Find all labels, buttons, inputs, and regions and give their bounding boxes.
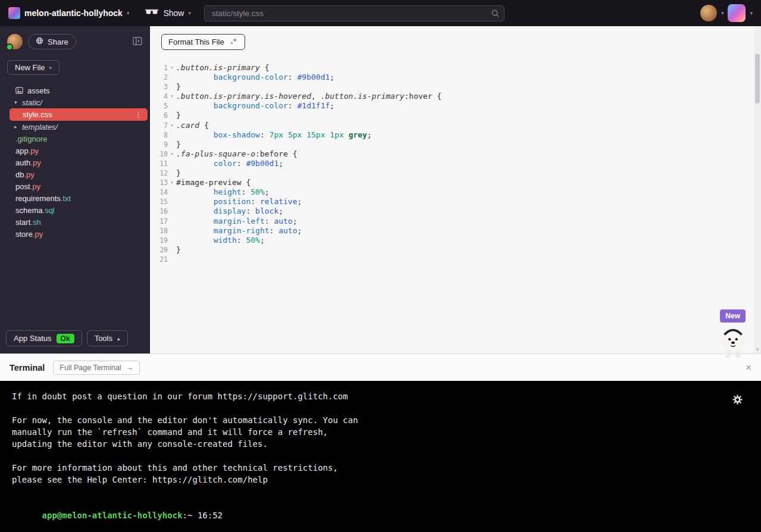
- code-text[interactable]: }: [176, 245, 761, 255]
- file-row-auth-py[interactable]: auth.py: [0, 157, 149, 168]
- file-row-style-css[interactable]: style.css⋮: [10, 108, 148, 121]
- code-line-3[interactable]: 3}: [150, 82, 761, 92]
- code-line-4[interactable]: 4▾.button.is-primary.is-hovered, .button…: [150, 92, 761, 101]
- new-file-label: New File: [15, 63, 45, 72]
- file-row-schema-sql[interactable]: schema.sql: [0, 204, 149, 216]
- member-avatar[interactable]: [7, 34, 23, 49]
- code-line-8[interactable]: 8 box-shadow: 7px 5px 15px 1px grey;: [150, 130, 761, 140]
- file-menu-icon[interactable]: ⋮: [134, 110, 148, 119]
- fold-gutter: [168, 111, 176, 120]
- code-text[interactable]: [176, 255, 761, 264]
- code-line-16[interactable]: 16 display: block;: [150, 206, 761, 216]
- code-text[interactable]: .button.is-primary {: [176, 63, 761, 73]
- code-text[interactable]: height: 50%;: [176, 187, 761, 197]
- code-line-10[interactable]: 10▾.fa-plus-square-o:before {: [150, 149, 761, 159]
- code-text[interactable]: color: #9b00d1;: [176, 159, 761, 168]
- search-input[interactable]: [204, 5, 505, 21]
- code-line-1[interactable]: 1▾.button.is-primary {: [150, 63, 761, 73]
- code-text[interactable]: }: [176, 168, 761, 178]
- file-row-app-py[interactable]: app.py: [0, 145, 149, 157]
- code-line-15[interactable]: 15 position: relative;: [150, 197, 761, 206]
- code-text[interactable]: display: block;: [176, 206, 761, 216]
- code-line-7[interactable]: 7▾.card {: [150, 121, 761, 130]
- code-text[interactable]: .fa-plus-square-o:before {: [176, 149, 761, 159]
- line-number: 21: [150, 255, 168, 264]
- app-status-button[interactable]: App Status Ok: [6, 330, 82, 346]
- code-line-19[interactable]: 19 width: 50%;: [150, 236, 761, 245]
- format-file-button[interactable]: Format This File: [161, 34, 245, 50]
- file-row-db-py[interactable]: db.py: [0, 168, 149, 180]
- fold-gutter: [168, 206, 176, 216]
- code-text[interactable]: margin-right: auto;: [176, 226, 761, 236]
- editor-scrollbar-thumb[interactable]: [755, 54, 760, 104]
- chevron-down-icon[interactable]: ▾: [14, 99, 22, 105]
- collapse-sidebar-button[interactable]: [131, 36, 143, 48]
- code-line-17[interactable]: 17 margin-left: auto;: [150, 217, 761, 226]
- fold-chevron-icon[interactable]: ▾: [168, 92, 176, 101]
- line-number: 13: [150, 178, 168, 187]
- code-text[interactable]: }: [176, 82, 761, 92]
- file-row-start-sh[interactable]: start.sh: [0, 216, 149, 228]
- search-icon: [491, 9, 500, 20]
- code-line-12[interactable]: 12}: [150, 168, 761, 178]
- code-line-11[interactable]: 11 color: #9b00d1;: [150, 159, 761, 168]
- code-text[interactable]: position: relative;: [176, 197, 761, 206]
- editor-scrollbar[interactable]: ▾: [754, 26, 761, 353]
- code-editor[interactable]: Format This File 1▾.button.is-primary {2…: [150, 26, 761, 353]
- code-line-18[interactable]: 18 margin-right: auto;: [150, 226, 761, 236]
- file-row-requirements-txt[interactable]: requirements.txt: [0, 192, 149, 204]
- code-text[interactable]: box-shadow: 7px 5px 15px 1px grey;: [176, 130, 761, 140]
- file-row-assets[interactable]: assets: [0, 85, 149, 96]
- close-terminal-button[interactable]: ×: [746, 362, 751, 374]
- code-line-6[interactable]: 6}: [150, 111, 761, 120]
- full-page-terminal-button[interactable]: Full Page Terminal →: [53, 361, 140, 375]
- terminal-body[interactable]: If in doubt post a question in our forum…: [0, 381, 761, 532]
- code-text[interactable]: #image-preview {: [176, 178, 761, 187]
- user-avatar[interactable]: [700, 5, 717, 21]
- code-line-2[interactable]: 2 background-color: #9b00d1;: [150, 73, 761, 82]
- code-line-13[interactable]: 13▾#image-preview {: [150, 178, 761, 187]
- fold-gutter: [168, 140, 176, 149]
- code-text[interactable]: .card {: [176, 121, 761, 130]
- assets-image-icon: [15, 87, 23, 94]
- code-line-5[interactable]: 5 background-color: #1d1f1f;: [150, 101, 761, 111]
- code-text[interactable]: }: [176, 140, 761, 149]
- code-text[interactable]: }: [176, 111, 761, 120]
- file-row-templates[interactable]: ▸templates/: [0, 121, 149, 133]
- glitch-editor-app: melon-atlantic-hollyhock ▾ Show ▾ ▾ ▾: [0, 0, 761, 532]
- chevron-right-icon[interactable]: ▸: [14, 124, 22, 130]
- project-avatar[interactable]: [728, 4, 746, 22]
- code-line-14[interactable]: 14 height: 50%;: [150, 187, 761, 197]
- scroll-down-icon[interactable]: ▾: [754, 346, 761, 352]
- fold-chevron-icon[interactable]: ▾: [168, 63, 176, 73]
- code-text[interactable]: background-color: #1d1f1f;: [176, 101, 761, 111]
- code-line-9[interactable]: 9}: [150, 140, 761, 149]
- line-number: 16: [150, 206, 168, 216]
- file-row-store-py[interactable]: store.py: [0, 228, 149, 240]
- code-line-20[interactable]: 20}: [150, 245, 761, 255]
- new-file-button[interactable]: New File ▾: [7, 60, 59, 75]
- fold-gutter: [168, 168, 176, 178]
- fold-chevron-icon[interactable]: ▾: [168, 149, 176, 159]
- file-row-gitignore[interactable]: .gitignore: [0, 133, 149, 145]
- file-row-post-py[interactable]: post.py: [0, 180, 149, 192]
- chevron-down-icon[interactable]: ▾: [721, 10, 724, 16]
- code-line-21[interactable]: 21: [150, 255, 761, 264]
- code-area[interactable]: 1▾.button.is-primary {2 background-color…: [150, 63, 761, 264]
- project-name-menu[interactable]: melon-atlantic-hollyhock ▾: [8, 7, 129, 19]
- file-label: .sh: [30, 218, 40, 227]
- share-button[interactable]: Share: [28, 34, 76, 49]
- fold-chevron-icon[interactable]: ▾: [168, 178, 176, 187]
- tools-button[interactable]: Tools ▴: [87, 330, 128, 346]
- chevron-down-icon[interactable]: ▾: [750, 10, 753, 16]
- code-text[interactable]: background-color: #9b00d1;: [176, 73, 761, 82]
- fold-chevron-icon[interactable]: ▾: [168, 121, 176, 130]
- code-text[interactable]: width: 50%;: [176, 236, 761, 245]
- mascot-dog[interactable]: [719, 324, 747, 361]
- settings-gear-icon[interactable]: [732, 394, 743, 408]
- file-row-static[interactable]: ▾static/: [0, 96, 149, 108]
- code-text[interactable]: .button.is-primary.is-hovered, .button.i…: [176, 92, 761, 101]
- show-menu[interactable]: Show ▾: [145, 8, 191, 18]
- sidebar-top: Share: [0, 26, 149, 53]
- code-text[interactable]: margin-left: auto;: [176, 217, 761, 226]
